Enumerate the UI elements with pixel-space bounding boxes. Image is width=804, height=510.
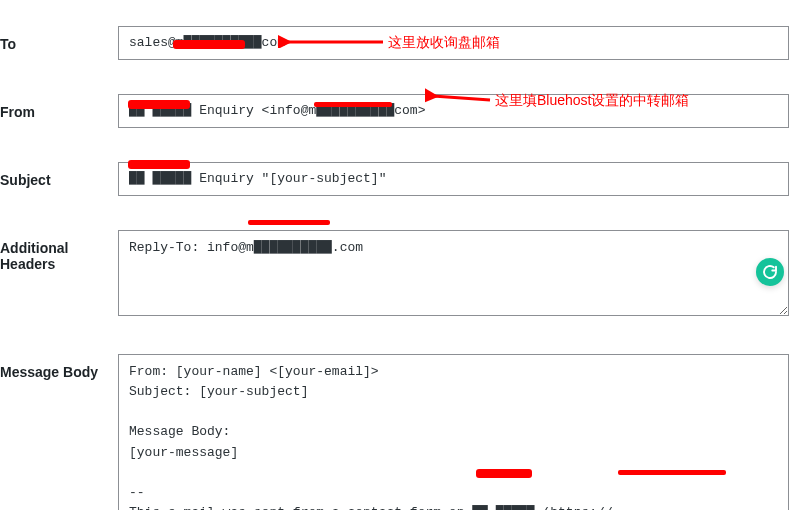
message-body-field[interactable] (118, 354, 789, 510)
subject-field[interactable] (118, 162, 789, 196)
grammarly-icon[interactable] (756, 258, 784, 286)
label-subject: Subject (0, 162, 118, 188)
to-field[interactable] (118, 26, 789, 60)
additional-headers-field[interactable] (118, 230, 789, 316)
label-from: From (0, 94, 118, 120)
from-field[interactable] (118, 94, 789, 128)
label-message-body: Message Body (0, 354, 118, 380)
label-additional-headers: Additional Headers (0, 230, 118, 272)
label-to: To (0, 26, 118, 52)
